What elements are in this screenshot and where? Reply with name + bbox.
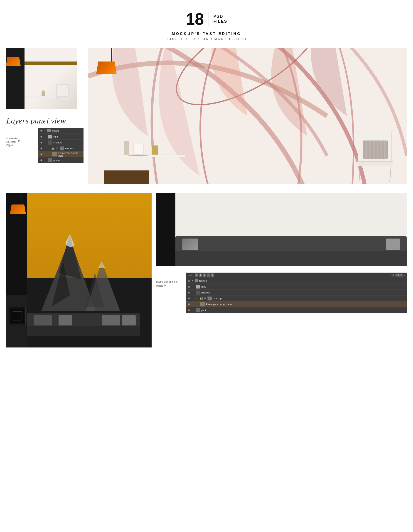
- fill-dropdown-icon: ▾: [404, 274, 405, 276]
- white-wall: [175, 193, 407, 238]
- chain-icon: ⛓: [56, 147, 58, 150]
- left-panel: Layers panel view Double click on Smart …: [6, 48, 84, 184]
- top-section: Layers panel view Double click on Smart …: [0, 48, 413, 184]
- double-click-label: Double click on Smart Object: [6, 137, 20, 147]
- small-room-image: [6, 48, 77, 109]
- lock-icon-2: 🔒: [199, 297, 203, 300]
- eye-icon: ◉: [40, 135, 43, 138]
- double-click-area: Double click on Smart Object: [6, 128, 20, 147]
- folder-icon: [195, 279, 198, 282]
- eye-icon: ◉: [188, 285, 191, 288]
- layer2-texture-row[interactable]: ◉ ▾ texture: [186, 278, 407, 284]
- layer2-name-shadow: shadow: [201, 291, 405, 294]
- layer-photo-row[interactable]: ◉ photo: [38, 157, 84, 163]
- layer-thumb-design: [52, 152, 57, 157]
- layer-mockup-row[interactable]: ◉ ▾ 🔒 ⛓ mockup: [38, 145, 84, 151]
- eye-icon: ◉: [40, 153, 43, 156]
- checkbox-lock-icon: ☑: [195, 274, 198, 277]
- folder-icon: [47, 129, 51, 132]
- layer2-thumb-design: [200, 302, 205, 307]
- chevron-icon: ▾: [191, 280, 194, 282]
- cup: [34, 88, 38, 96]
- eye-icon: ◉: [188, 309, 191, 312]
- layers-panel-bottom: Lock: ☑ ✛ ▦ ⤢ 🔒 Fill: 100% ▾: [186, 273, 407, 313]
- main-subtitle: DOUBLE CLICK ON SMART OBJECT: [165, 37, 248, 41]
- script-label: Layers panel view: [6, 116, 66, 125]
- lock-icons: ☑ ✛ ▦ ⤢ 🔒: [195, 274, 214, 277]
- eye-icon: ◉: [188, 291, 191, 294]
- eye-icon: ◉: [188, 303, 191, 306]
- psd-line1: PSD: [214, 14, 227, 19]
- expand-lock-icon: ⤢: [207, 274, 210, 277]
- header-divider: [208, 12, 209, 26]
- psd-label: PSD FILES: [214, 14, 227, 24]
- layer-thumb-photo: [48, 158, 52, 162]
- svg-rect-13: [58, 315, 72, 325]
- sofa-right: [175, 236, 407, 266]
- lock-label: Lock:: [188, 274, 193, 276]
- layer2-light-row[interactable]: ◉ light: [186, 284, 407, 290]
- fill-text: Fill:: [391, 274, 395, 276]
- eye-icon: ◉: [40, 147, 43, 150]
- layer2-paste-row[interactable]: ◉ Paste your design here: [186, 301, 407, 307]
- layer2-shadow-row[interactable]: ◉ shadow: [186, 290, 407, 295]
- room-scene: [6, 48, 77, 109]
- layer-name-light: light: [53, 135, 82, 138]
- layer-name-shadow: shadow: [53, 141, 82, 144]
- chevron-icon: ▾: [44, 130, 46, 132]
- chevron-icon: ▾: [196, 297, 198, 300]
- layer-thumb-mockup: [60, 146, 64, 151]
- chair-right: [355, 125, 395, 184]
- page-header: 18 PSD FILES MOCKUP'S FAST EDITING DOUBL…: [0, 0, 413, 48]
- layer-name-mockup: mockup: [65, 147, 82, 150]
- wicker-mat: [128, 155, 148, 156]
- lock-icon: 🔒: [51, 147, 55, 150]
- right-bottom-panel: Double click on Smart Object Lock: ☑ ✛ ▦…: [156, 193, 407, 347]
- mountain-living-room-image: [6, 193, 151, 347]
- dark-left: [156, 193, 175, 266]
- layer-shadow-row[interactable]: ◉ shadow: [38, 140, 84, 145]
- layers-bottom-area: Double click on Smart Object Lock: ☑ ✛ ▦…: [156, 270, 407, 313]
- svg-marker-6: [98, 261, 105, 268]
- layer2-mockup-row[interactable]: ◉ ▾ 🔒 ⛓ mockup: [186, 295, 407, 301]
- svg-rect-12: [34, 315, 52, 325]
- fill-value: 100%: [395, 274, 403, 277]
- layer-thumb-shadow: [48, 141, 52, 145]
- svg-rect-14: [102, 315, 120, 325]
- gradient-lock-icon: ▦: [203, 274, 206, 277]
- layer2-name-light: light: [201, 285, 405, 288]
- svg-rect-15: [122, 315, 136, 325]
- layer2-photo-row[interactable]: ◉ photo: [186, 307, 407, 313]
- simple-living-room: [156, 193, 407, 266]
- layers-panel-label-area: Layers panel view: [6, 116, 84, 125]
- layer2-name-texture: texture: [199, 279, 405, 282]
- layer-paste-row[interactable]: ◉ Paste your design here: [38, 151, 84, 157]
- layer2-name-photo: photo: [201, 309, 405, 312]
- layer2-name-paste: Paste your design here: [206, 303, 405, 306]
- layer-thumb-light: [48, 135, 52, 139]
- eye-icon: ◉: [40, 141, 43, 144]
- vase-branches: [124, 141, 129, 155]
- wood-sideboard: [104, 171, 149, 184]
- medium-living-room-image: [156, 193, 407, 266]
- header-top: 18 PSD FILES: [186, 11, 227, 27]
- lamp-top: [106, 48, 117, 74]
- layer-light-row[interactable]: ◉ light: [38, 134, 84, 140]
- layer2-thumb-light: [196, 285, 200, 289]
- white-cup: [133, 143, 144, 155]
- lamp-mountain-left: [18, 193, 26, 214]
- oven: [9, 307, 26, 325]
- layer-texture-row[interactable]: ◉ ▾ texture: [38, 128, 84, 134]
- mountain-svg: [6, 193, 151, 347]
- large-room-image: [88, 48, 407, 184]
- chair: [56, 80, 70, 109]
- double-click-label-2: Double click on Smart Object: [156, 273, 183, 288]
- lock-lock-icon: 🔒: [211, 274, 214, 277]
- layer2-thumb-photo: [196, 308, 200, 312]
- lamp-left: [13, 48, 21, 66]
- psd-count: 18: [186, 11, 204, 27]
- bottom-section: Double click on Smart Object Lock: ☑ ✛ ▦…: [0, 184, 413, 347]
- psd-line2: FILES: [214, 19, 227, 24]
- move-lock-icon: ✛: [199, 274, 202, 277]
- fill-label-area: Fill: 100% ▾: [391, 274, 405, 277]
